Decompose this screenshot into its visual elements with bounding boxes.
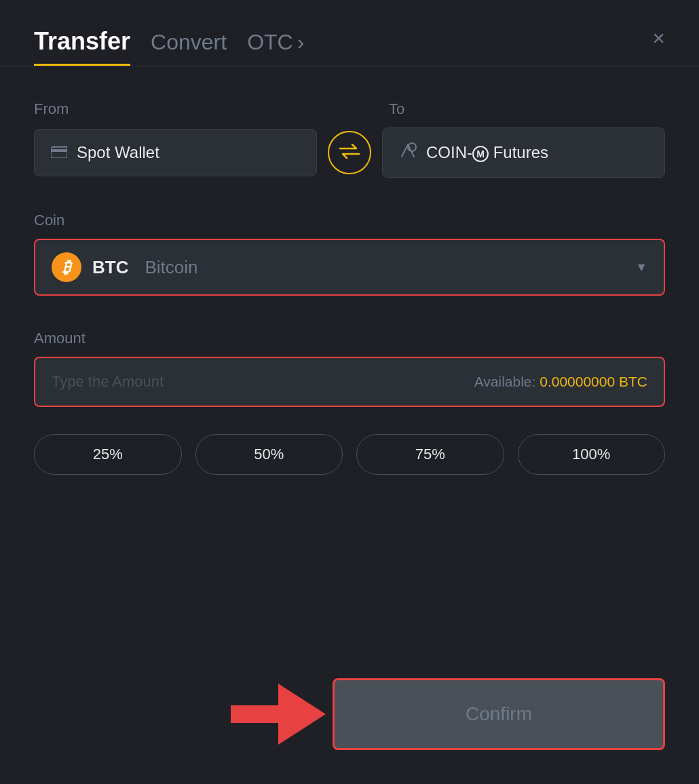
wallet-icon bbox=[51, 143, 67, 162]
amount-label: Amount bbox=[34, 330, 665, 347]
pct-25-button[interactable]: 25% bbox=[34, 434, 182, 475]
header-divider bbox=[0, 66, 699, 66]
amount-placeholder: Type the Amount bbox=[52, 373, 164, 391]
tab-otc[interactable]: OTC › bbox=[247, 30, 304, 63]
from-to-inputs: Spot Wallet COIN-M bbox=[34, 128, 665, 178]
transfer-modal: Transfer Convert OTC › × From To bbox=[0, 0, 699, 784]
svg-rect-1 bbox=[51, 149, 67, 152]
percentage-buttons: 25% 50% 75% 100% bbox=[34, 434, 665, 475]
close-button[interactable]: × bbox=[652, 27, 665, 49]
from-label: From bbox=[34, 100, 310, 118]
from-wallet-name: Spot Wallet bbox=[77, 143, 159, 162]
from-to-labels: From To bbox=[34, 100, 665, 118]
to-label: To bbox=[389, 100, 665, 118]
coin-name: Bitcoin bbox=[145, 257, 197, 278]
chevron-down-icon: ▼ bbox=[635, 260, 647, 275]
confirm-button[interactable]: Confirm bbox=[333, 678, 665, 750]
pct-100-button[interactable]: 100% bbox=[518, 434, 666, 475]
coin-label: Coin bbox=[34, 212, 665, 229]
pct-75-button[interactable]: 75% bbox=[356, 434, 504, 475]
futures-icon bbox=[399, 142, 417, 163]
coin-symbol: BTC bbox=[92, 257, 128, 278]
tab-convert[interactable]: Convert bbox=[151, 30, 227, 63]
to-futures-selector[interactable]: COIN-M Futures bbox=[382, 128, 665, 178]
bottom-section: Confirm bbox=[34, 678, 665, 750]
arrow-indicator bbox=[231, 684, 326, 745]
available-display: Available: 0.00000000 BTC bbox=[474, 374, 647, 390]
swap-button[interactable] bbox=[328, 131, 371, 174]
available-value: 0.00000000 BTC bbox=[540, 374, 647, 389]
arrow-shaft bbox=[231, 705, 278, 723]
btc-symbol: ₿ bbox=[62, 258, 71, 277]
btc-icon: ₿ bbox=[52, 252, 81, 282]
tab-transfer[interactable]: Transfer bbox=[34, 27, 130, 66]
amount-input-box[interactable]: Type the Amount Available: 0.00000000 BT… bbox=[34, 357, 665, 407]
coin-section: Coin ₿ BTC Bitcoin ▼ bbox=[34, 212, 665, 296]
coin-selector[interactable]: ₿ BTC Bitcoin ▼ bbox=[34, 239, 665, 296]
pct-50-button[interactable]: 50% bbox=[195, 434, 343, 475]
arrow-head bbox=[278, 684, 326, 745]
swap-icon bbox=[339, 142, 360, 163]
from-to-section: From To Spot Wallet bbox=[34, 100, 665, 178]
to-futures-name: COIN-M Futures bbox=[426, 143, 548, 162]
svg-rect-0 bbox=[51, 147, 67, 158]
amount-section: Amount Type the Amount Available: 0.0000… bbox=[34, 330, 665, 407]
from-wallet-selector[interactable]: Spot Wallet bbox=[34, 129, 317, 176]
header-tabs: Transfer Convert OTC › bbox=[34, 27, 665, 66]
